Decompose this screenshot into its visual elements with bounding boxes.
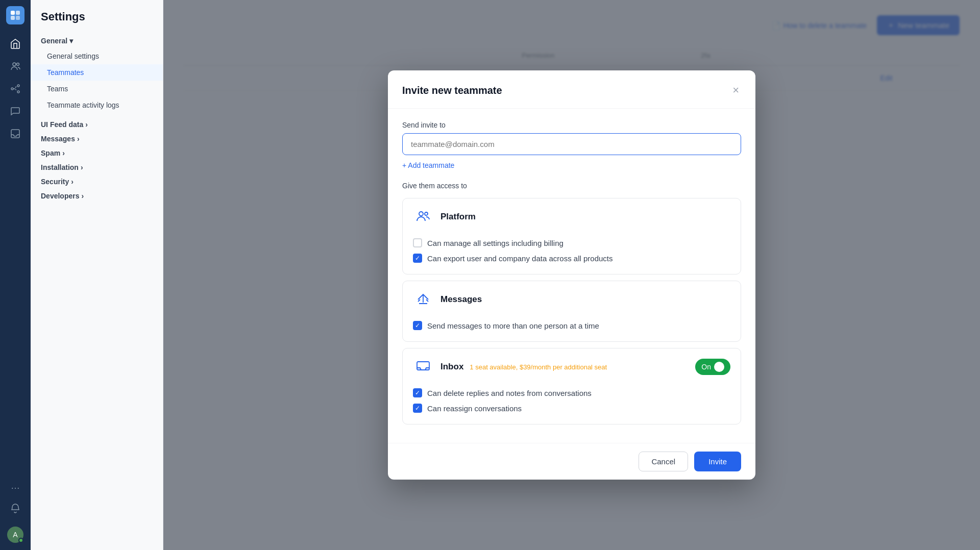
svg-point-6 (11, 88, 13, 90)
inbox-checkbox-0[interactable]: ✓ (413, 388, 422, 397)
chevron-right-icon-2: › (77, 135, 80, 143)
app-shell: … A Settings General ▾ General settings … (0, 0, 980, 550)
platform-icon (413, 207, 433, 227)
nav-item-teammates[interactable]: Teammates (31, 64, 163, 81)
inbox-badge: 1 seat available, $39/month per addition… (470, 363, 607, 371)
messages-title: Messages (440, 294, 482, 305)
nav-section-developers[interactable]: Developers › (31, 189, 163, 203)
modal-overlay[interactable]: Invite new teammate × Send invite to + A… (163, 0, 980, 550)
svg-rect-2 (11, 16, 15, 20)
inbox-options: ✓ Can delete replies and notes from conv… (403, 383, 741, 424)
nav-icon-notifications[interactable] (6, 499, 24, 517)
nav-item-teams[interactable]: Teams (31, 81, 163, 97)
chevron-right-icon-3: › (62, 149, 65, 157)
modal-footer: Cancel Invite (388, 443, 755, 480)
platform-options: Can manage all settings including billin… (403, 233, 741, 274)
modal-close-button[interactable]: × (730, 83, 741, 98)
modal-title: Invite new teammate (402, 85, 502, 96)
nav-icon-routing[interactable] (6, 80, 24, 98)
messages-option-0: ✓ Send messages to more than one person … (413, 318, 730, 333)
svg-point-10 (419, 212, 423, 216)
main-content: 📄 How to delete a teammate ＋ New teammat… (163, 0, 980, 550)
nav-item-general-settings[interactable]: General settings (31, 48, 163, 64)
inbox-option-label-0: Can delete replies and notes from conver… (427, 389, 592, 397)
messages-card: Messages ✓ Send messages to more than on… (402, 281, 741, 342)
svg-rect-0 (11, 11, 15, 15)
svg-rect-3 (16, 16, 20, 20)
platform-option-1: ✓ Can export user and company data acros… (413, 251, 730, 266)
messages-card-header: Messages (403, 281, 741, 316)
platform-option-0: Can manage all settings including billin… (413, 235, 730, 251)
nav-icon-inbox[interactable] (6, 124, 24, 143)
user-avatar[interactable]: A (7, 527, 23, 543)
messages-option-label-0: Send messages to more than one person at… (427, 321, 599, 330)
inbox-checkbox-1[interactable]: ✓ (413, 404, 422, 413)
inbox-title: Inbox (440, 362, 463, 372)
app-logo[interactable] (6, 6, 24, 24)
inbox-option-1: ✓ Can reassign conversations (413, 401, 730, 416)
modal-body: Send invite to + Add teammate Give them … (388, 109, 755, 443)
svg-point-5 (17, 63, 19, 66)
nav-item-activity-logs[interactable]: Teammate activity logs (31, 97, 163, 113)
inbox-toggle[interactable]: On (695, 359, 730, 375)
platform-checkbox-1[interactable]: ✓ (413, 254, 422, 263)
nav-section-installation[interactable]: Installation › (31, 160, 163, 174)
email-input[interactable] (402, 133, 741, 155)
messages-icon (413, 289, 433, 310)
toggle-label: On (701, 363, 711, 371)
messages-options: ✓ Send messages to more than one person … (403, 316, 741, 341)
svg-point-11 (425, 212, 428, 215)
chevron-right-icon-6: › (81, 192, 84, 200)
icon-sidebar: … A (0, 0, 31, 550)
nav-section-ui-feed[interactable]: UI Feed data › (31, 117, 163, 132)
chevron-right-icon-5: › (71, 178, 74, 186)
nav-section-general[interactable]: General ▾ (31, 34, 163, 48)
add-teammate-link[interactable]: + Add teammate (402, 161, 454, 169)
nav-icon-home[interactable] (6, 35, 24, 53)
platform-card: Platform Can manage all settings includi… (402, 198, 741, 274)
inbox-card-header: Inbox 1 seat available, $39/month per ad… (403, 348, 741, 383)
avatar-icon[interactable]: A (6, 526, 24, 544)
nav-icon-messages[interactable] (6, 102, 24, 120)
messages-checkbox-0[interactable]: ✓ (413, 321, 422, 330)
invite-button[interactable]: Invite (694, 452, 741, 471)
svg-rect-1 (16, 11, 20, 15)
svg-point-4 (13, 63, 16, 66)
toggle-knob (714, 362, 724, 372)
page-title: Settings (31, 10, 163, 34)
platform-option-label-0: Can manage all settings including billin… (427, 239, 564, 247)
inbox-option-0: ✓ Can delete replies and notes from conv… (413, 385, 730, 401)
nav-section-security[interactable]: Security › (31, 174, 163, 189)
chevron-down-icon: ▾ (69, 37, 73, 45)
left-nav: Settings General ▾ General settings Team… (31, 0, 163, 550)
inbox-icon (413, 357, 433, 377)
nav-section-spam[interactable]: Spam › (31, 146, 163, 160)
nav-icon-more[interactable]: … (6, 477, 24, 495)
svg-point-7 (17, 85, 19, 87)
platform-card-header: Platform (403, 198, 741, 233)
cancel-button[interactable]: Cancel (639, 452, 688, 471)
inbox-title-row: Inbox 1 seat available, $39/month per ad… (440, 362, 688, 372)
platform-checkbox-0[interactable] (413, 238, 422, 247)
platform-option-label-1: Can export user and company data across … (427, 254, 613, 263)
svg-point-8 (17, 91, 19, 93)
inbox-card: Inbox 1 seat available, $39/month per ad… (402, 348, 741, 424)
chevron-right-icon-4: › (81, 163, 83, 171)
send-invite-label: Send invite to (402, 121, 741, 129)
platform-title: Platform (440, 212, 476, 222)
invite-modal: Invite new teammate × Send invite to + A… (388, 70, 755, 480)
access-label: Give them access to (402, 182, 741, 190)
inbox-option-label-1: Can reassign conversations (427, 404, 522, 413)
nav-section-messages[interactable]: Messages › (31, 132, 163, 146)
chevron-right-icon: › (85, 120, 88, 129)
online-indicator (18, 538, 23, 543)
modal-header: Invite new teammate × (388, 70, 755, 109)
nav-icon-users[interactable] (6, 57, 24, 76)
